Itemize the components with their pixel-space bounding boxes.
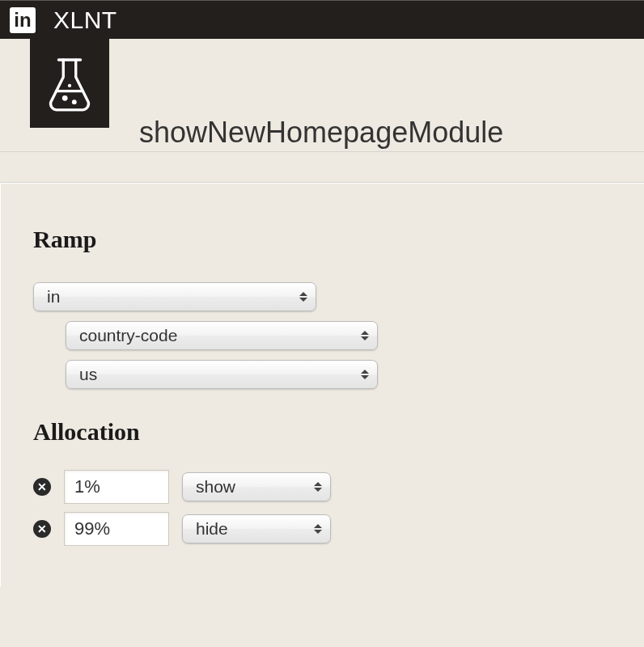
app-name: XLNT xyxy=(53,6,117,34)
remove-icon[interactable]: ✕ xyxy=(33,478,51,496)
allocation-treatment-value: hide xyxy=(196,519,228,539)
chevron-up-down-icon xyxy=(299,292,307,302)
ramp-operator-value: in xyxy=(47,287,60,307)
svg-point-4 xyxy=(68,84,71,87)
svg-point-2 xyxy=(62,95,68,101)
chevron-up-down-icon xyxy=(361,370,369,379)
page-header: showNewHomepageModule xyxy=(0,39,644,152)
allocation-treatment-select[interactable]: hide xyxy=(182,514,331,543)
allocation-treatment-select[interactable]: show xyxy=(182,472,331,501)
linkedin-logo[interactable]: in xyxy=(10,7,36,33)
content: Ramp in country-code us Allocation ✕ sho… xyxy=(0,183,644,586)
allocation-percent-input[interactable] xyxy=(64,512,169,546)
allocation-percent-input[interactable] xyxy=(64,470,169,504)
ramp-value-select[interactable]: us xyxy=(66,360,378,389)
page-title: showNewHomepageModule xyxy=(139,116,503,150)
allocation-row: ✕ show xyxy=(33,470,612,504)
chevron-up-down-icon xyxy=(314,524,322,534)
ramp-value-value: us xyxy=(79,365,97,384)
topbar: in XLNT xyxy=(0,0,644,39)
ramp-operator-select[interactable]: in xyxy=(33,282,316,311)
allocation-heading: Allocation xyxy=(33,418,612,446)
chevron-up-down-icon xyxy=(314,482,322,492)
remove-icon[interactable]: ✕ xyxy=(33,520,51,538)
allocation-treatment-value: show xyxy=(196,477,235,497)
ramp-heading: Ramp xyxy=(33,226,612,253)
flask-icon xyxy=(30,39,109,128)
chevron-up-down-icon xyxy=(361,331,369,340)
sub-header-bar xyxy=(0,152,644,183)
svg-point-3 xyxy=(72,99,77,104)
ramp-field-select[interactable]: country-code xyxy=(66,321,378,350)
ramp-field-value: country-code xyxy=(79,326,177,345)
allocation-row: ✕ hide xyxy=(33,512,612,546)
